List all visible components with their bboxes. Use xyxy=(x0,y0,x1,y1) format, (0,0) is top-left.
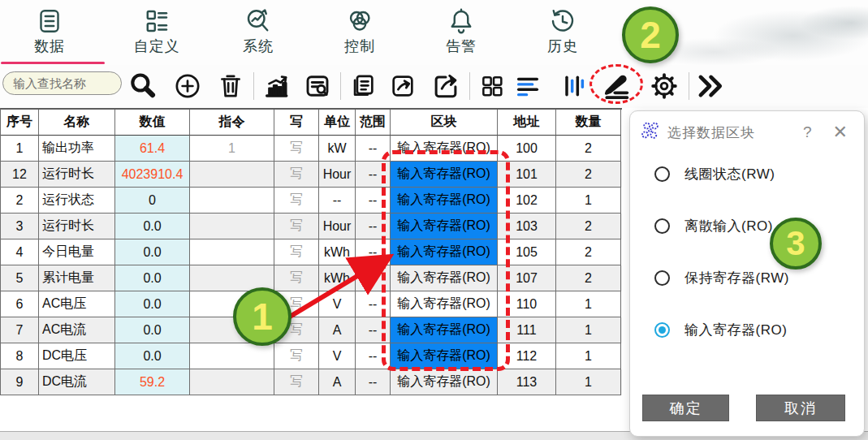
radio-icon[interactable] xyxy=(654,218,670,234)
cell-unit[interactable]: kWh xyxy=(319,239,356,265)
cell-addr[interactable]: 103 xyxy=(498,214,556,239)
nav-tab-alarm[interactable]: 告警 xyxy=(416,5,507,63)
cell-range[interactable]: -- xyxy=(356,214,391,239)
cell-unit[interactable]: A xyxy=(319,317,356,343)
cell-qty[interactable]: 2 xyxy=(556,239,621,265)
cell-range[interactable]: -- xyxy=(356,239,391,265)
table-row[interactable]: 8DC电压0.0写V--输入寄存器(RO)1121 xyxy=(1,343,622,369)
cell-block[interactable]: 输入寄存器(RO) xyxy=(391,188,498,214)
cell-addr[interactable]: 107 xyxy=(498,265,556,291)
cell-no[interactable]: 3 xyxy=(1,214,39,239)
cell-value[interactable]: 0.0 xyxy=(115,291,190,317)
cell-addr[interactable]: 102 xyxy=(498,188,556,214)
cell-unit[interactable]: V xyxy=(319,291,356,317)
cell-block[interactable]: 输入寄存器(RO) xyxy=(391,291,498,317)
cell-block[interactable]: 输入寄存器(RO) xyxy=(391,369,498,395)
edit-pen-icon[interactable] xyxy=(598,68,634,104)
cell-qty[interactable]: 2 xyxy=(556,214,621,239)
cell-name[interactable]: AC电流 xyxy=(39,317,115,343)
cell-cmd[interactable] xyxy=(190,369,274,395)
cell-value[interactable]: 0.0 xyxy=(115,214,190,239)
cell-block[interactable]: 输入寄存器(RO) xyxy=(391,214,498,239)
cell-name[interactable]: 运行状态 xyxy=(39,188,115,214)
cell-qty[interactable]: 1 xyxy=(556,291,621,317)
cell-unit[interactable]: kWh xyxy=(319,265,356,291)
grid-view-icon[interactable] xyxy=(474,68,510,104)
cell-write[interactable]: 写 xyxy=(274,291,319,317)
cell-range[interactable]: -- xyxy=(356,369,391,395)
import-icon[interactable] xyxy=(385,68,421,104)
cell-addr[interactable]: 112 xyxy=(498,343,556,369)
cell-addr[interactable]: 110 xyxy=(498,291,556,317)
cell-cmd[interactable] xyxy=(190,265,274,291)
cell-no[interactable]: 1 xyxy=(1,136,39,162)
search-icon[interactable] xyxy=(125,68,161,104)
cell-no[interactable]: 2 xyxy=(1,188,39,214)
cell-qty[interactable]: 1 xyxy=(556,343,621,369)
more-chevrons-icon[interactable] xyxy=(692,68,728,104)
cell-block[interactable]: 输入寄存器(RO) xyxy=(391,343,498,369)
table-row[interactable]: 4今日电量0.0写kWh--输入寄存器(RO)1052 xyxy=(1,239,622,265)
radio-icon[interactable] xyxy=(654,166,670,182)
cell-write[interactable]: 写 xyxy=(274,239,319,265)
cell-block[interactable]: 输入寄存器(RO) xyxy=(391,162,498,188)
cell-value[interactable]: 0 xyxy=(115,188,190,214)
cell-write[interactable]: 写 xyxy=(274,162,319,188)
cell-value[interactable]: 0.0 xyxy=(115,343,190,369)
cell-qty[interactable]: 1 xyxy=(556,369,621,395)
cell-addr[interactable]: 100 xyxy=(498,136,556,162)
cell-qty[interactable]: 2 xyxy=(556,162,621,188)
cell-addr[interactable]: 113 xyxy=(498,369,556,395)
view-query-icon[interactable] xyxy=(300,68,335,104)
cell-range[interactable]: -- xyxy=(356,136,391,162)
table-row[interactable]: 7AC电流0.0写A--输入寄存器(RO)1111 xyxy=(1,317,622,343)
cell-range[interactable]: -- xyxy=(356,162,391,188)
cell-no[interactable]: 5 xyxy=(1,265,39,291)
nav-tab-history[interactable]: 历史 xyxy=(517,5,608,63)
cell-block[interactable]: 输入寄存器(RO) xyxy=(391,317,498,343)
radio-option[interactable]: 离散输入(RO) xyxy=(654,214,773,238)
cell-no[interactable]: 4 xyxy=(1,239,39,265)
radio-icon[interactable] xyxy=(654,270,670,286)
cell-write[interactable]: 写 xyxy=(274,369,319,395)
cell-addr[interactable]: 105 xyxy=(498,239,556,265)
cell-cmd[interactable]: 1 xyxy=(190,136,274,162)
table-row[interactable]: 9DC电流59.2写A--输入寄存器(RO)1131 xyxy=(1,369,622,395)
cell-write[interactable]: 写 xyxy=(274,265,319,291)
cell-cmd[interactable] xyxy=(190,162,274,188)
radio-option[interactable]: 保持寄存器(RW) xyxy=(654,265,789,290)
cell-write[interactable]: 写 xyxy=(274,136,319,162)
cell-addr[interactable]: 111 xyxy=(498,317,556,343)
cell-block[interactable]: 输入寄存器(RO) xyxy=(391,239,498,265)
cell-unit[interactable]: kW xyxy=(319,136,356,162)
copy-icon[interactable] xyxy=(345,68,381,104)
cell-qty[interactable]: 1 xyxy=(556,317,621,343)
table-row[interactable]: 5累计电量0.0写kWh--输入寄存器(RO)1072 xyxy=(1,265,622,291)
settings-gear-icon[interactable] xyxy=(646,68,682,104)
nav-tab-data[interactable]: 数据 xyxy=(4,5,95,63)
cell-block[interactable]: 输入寄存器(RO) xyxy=(391,265,498,291)
cell-unit[interactable]: -- xyxy=(319,188,356,214)
cell-qty[interactable]: 2 xyxy=(556,265,621,291)
cell-range[interactable]: -- xyxy=(356,188,391,214)
radio-option[interactable]: 线圈状态(RW) xyxy=(654,162,775,186)
cell-range[interactable]: -- xyxy=(356,317,391,343)
search-input[interactable] xyxy=(2,71,122,95)
table-row[interactable]: 2运行状态0写----输入寄存器(RO)1021 xyxy=(1,188,622,214)
radio-selected-icon[interactable] xyxy=(654,322,670,338)
table-row[interactable]: 3运行时长0.0写Hour--输入寄存器(RO)1032 xyxy=(1,214,622,239)
chart-icon[interactable] xyxy=(258,68,294,104)
cell-name[interactable]: 输出功率 xyxy=(39,136,115,162)
cell-cmd[interactable] xyxy=(190,317,274,343)
cell-no[interactable]: 12 xyxy=(1,162,39,188)
cell-range[interactable]: -- xyxy=(356,343,391,369)
cancel-button[interactable]: 取消 xyxy=(756,395,845,421)
column-bars-icon[interactable] xyxy=(555,68,591,104)
cell-value[interactable]: 61.4 xyxy=(115,136,190,162)
delete-trash-icon[interactable] xyxy=(213,68,248,104)
export-icon[interactable] xyxy=(428,68,464,104)
cell-write[interactable]: 写 xyxy=(274,188,319,214)
cell-cmd[interactable] xyxy=(190,343,274,369)
nav-tab-control[interactable]: 控制 xyxy=(314,5,405,63)
cell-cmd[interactable] xyxy=(190,188,274,214)
